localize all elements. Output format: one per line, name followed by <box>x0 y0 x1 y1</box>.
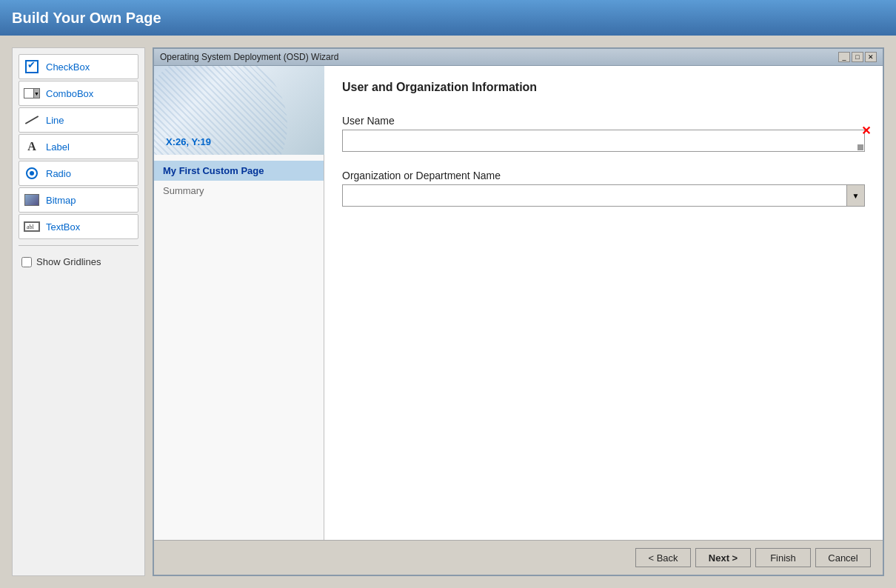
wizard-banner: X:26, Y:19 <box>154 66 324 155</box>
toolbox-checkbox-label: CheckBox <box>46 61 90 73</box>
toolbox-item-textbox[interactable]: abl TextBox <box>19 214 138 239</box>
cancel-button[interactable]: Cancel <box>815 548 871 567</box>
toolbox-item-radio[interactable]: Radio <box>19 161 138 186</box>
radio-icon <box>24 165 40 181</box>
toolbox-combobox-label: ComboBox <box>46 88 93 99</box>
toolbox-item-checkbox[interactable]: CheckBox <box>19 54 138 79</box>
wizard-nav: My First Custom Page Summary <box>154 155 324 540</box>
toolbox-item-line[interactable]: Line <box>19 107 138 133</box>
toolbox-panel: CheckBox ▼ ComboBox Line A Label <box>12 47 145 576</box>
wizard-controls: _ □ ✕ <box>838 52 877 62</box>
toolbox-divider <box>19 245 138 246</box>
required-indicator: ✕ <box>861 124 871 138</box>
wizard-left-panel: X:26, Y:19 My First Custom Page Summary <box>154 66 324 540</box>
wizard-content: User and Organization Information User N… <box>324 66 883 540</box>
wizard-section-title: User and Organization Information <box>342 81 865 94</box>
label-icon: A <box>24 138 40 155</box>
wizard-coords: X:26, Y:19 <box>166 136 211 147</box>
toolbox-bitmap-label: Bitmap <box>46 195 76 206</box>
wizard-close-button[interactable]: ✕ <box>865 52 877 62</box>
wizard-minimize-button[interactable]: _ <box>838 52 850 62</box>
toolbox-item-label[interactable]: A Label <box>19 134 138 159</box>
page-title: Build Your Own Page <box>12 10 161 27</box>
show-gridlines-label: Show Gridlines <box>36 256 101 267</box>
username-input-wrapper: ✕ <box>342 130 865 152</box>
toolbox-textbox-label: TextBox <box>46 221 80 233</box>
toolbox-line-label: Line <box>46 115 64 126</box>
wizard-nav-summary[interactable]: Summary <box>154 181 324 201</box>
org-combobox-wrapper: ▼ <box>342 184 865 207</box>
line-icon <box>24 112 40 128</box>
form-group-username: User Name ✕ <box>342 115 865 152</box>
toolbox-radio-label: Radio <box>46 168 71 179</box>
username-label: User Name <box>342 115 865 127</box>
toolbox-label-label: Label <box>46 141 70 153</box>
show-gridlines-container: Show Gridlines <box>19 253 138 270</box>
wizard-bottom-bar: < Back Next > Finish Cancel <box>154 540 883 575</box>
wizard-title: Operating System Deployment (OSD) Wizard <box>160 52 338 62</box>
toolbox-item-bitmap[interactable]: Bitmap <box>19 187 138 213</box>
wizard-body: X:26, Y:19 My First Custom Page Summary … <box>154 66 883 540</box>
username-input[interactable] <box>342 130 865 152</box>
wizard-titlebar: Operating System Deployment (OSD) Wizard… <box>154 49 883 66</box>
toolbox-item-combobox[interactable]: ▼ ComboBox <box>19 81 138 106</box>
form-group-org: Organization or Department Name ▼ <box>342 170 865 207</box>
resize-handle-username[interactable] <box>857 144 863 150</box>
header-bar: Build Your Own Page <box>0 0 896 36</box>
main-content: CheckBox ▼ ComboBox Line A Label <box>0 36 896 588</box>
wizard-panel: Operating System Deployment (OSD) Wizard… <box>153 47 884 576</box>
org-label: Organization or Department Name <box>342 170 865 181</box>
show-gridlines-checkbox[interactable] <box>21 257 32 267</box>
bitmap-icon <box>24 192 40 208</box>
wizard-maximize-button[interactable]: □ <box>852 52 863 62</box>
finish-button[interactable]: Finish <box>755 548 811 567</box>
wizard-nav-custom-page[interactable]: My First Custom Page <box>154 161 324 181</box>
combobox-icon: ▼ <box>24 85 40 101</box>
org-combobox-dropdown-button[interactable]: ▼ <box>846 185 864 206</box>
textbox-icon: abl <box>24 218 40 235</box>
next-button[interactable]: Next > <box>695 548 751 567</box>
checkbox-icon <box>24 59 40 75</box>
back-button[interactable]: < Back <box>635 548 691 567</box>
org-combobox-input[interactable] <box>343 185 846 206</box>
